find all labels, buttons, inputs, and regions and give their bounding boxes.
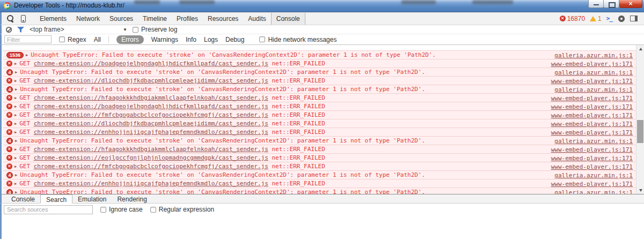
- scroll-up-icon[interactable]: [636, 45, 644, 52]
- dock-side-icon[interactable]: [630, 16, 638, 21]
- expand-arrow-icon[interactable]: ▶: [14, 164, 17, 169]
- expand-arrow-icon[interactable]: ▶: [14, 182, 17, 186]
- request-url-link[interactable]: chrome-extension://enhhojjnijigcajfphaje…: [34, 129, 268, 136]
- scroll-down-icon[interactable]: [636, 186, 644, 194]
- source-location-link[interactable]: www-embed-player.js:171: [551, 103, 633, 110]
- source-location-link[interactable]: galleria.azur.min.js:1: [554, 69, 633, 76]
- tab-network[interactable]: Network: [71, 13, 105, 25]
- magnifier-icon: [7, 15, 14, 22]
- source-location-link[interactable]: www-embed-player.js:171: [551, 181, 633, 188]
- device-mode-button[interactable]: [18, 13, 28, 24]
- source-location-link[interactable]: galleria.azur.min.js:1: [554, 189, 633, 194]
- ignore-case-checkbox[interactable]: [100, 207, 106, 213]
- console-message: Uncaught TypeError: Failed to execute 's…: [20, 69, 425, 76]
- level-warnings[interactable]: Warnings: [151, 36, 178, 43]
- preserve-log-checkbox[interactable]: [133, 27, 138, 33]
- tab-timeline[interactable]: Timeline: [138, 13, 172, 25]
- request-url-link[interactable]: chrome-extension://fmfcbgogabcbclcofgoci…: [34, 163, 268, 170]
- request-url-link[interactable]: chrome-extension://dliochdbjfkdbacpmhlcp…: [34, 120, 268, 127]
- expand-arrow-icon[interactable]: ▶: [14, 122, 17, 126]
- hide-network-checkbox[interactable]: [259, 36, 265, 42]
- search-sources-input[interactable]: [4, 205, 93, 214]
- source-location-link[interactable]: galleria.azur.min.js:1: [554, 138, 633, 145]
- request-url-link[interactable]: chrome-extension://hfaagokkkhdbgiakmmlcl…: [34, 94, 268, 101]
- expand-arrow-icon[interactable]: ▶: [14, 147, 17, 152]
- scrollbar-thumb[interactable]: [637, 120, 643, 143]
- source-location-link[interactable]: galleria.azur.min.js:1: [554, 86, 633, 93]
- tab-resources[interactable]: Resources: [203, 13, 243, 25]
- source-location-link[interactable]: www-embed-player.js:171: [551, 78, 633, 85]
- level-errors[interactable]: Errors: [116, 35, 144, 44]
- level-debug[interactable]: Debug: [225, 36, 244, 43]
- request-url-link[interactable]: chrome-extension://boadgeojelhgndaghljhd…: [34, 60, 268, 67]
- source-location-link[interactable]: www-embed-player.js:171: [551, 155, 633, 162]
- expand-arrow-icon[interactable]: ▶: [14, 79, 17, 83]
- tab-elements[interactable]: Elements: [35, 13, 71, 25]
- expand-arrow-icon[interactable]: ▶: [14, 113, 17, 117]
- warning-count: 1: [598, 15, 602, 22]
- expand-arrow-icon[interactable]: ▶: [15, 173, 17, 177]
- error-icon: ×: [6, 146, 12, 152]
- tab-console[interactable]: Console: [271, 13, 305, 25]
- source-location-link[interactable]: www-embed-player.js:171: [551, 61, 633, 68]
- source-location-link[interactable]: galleria.azur.min.js:1: [554, 52, 633, 59]
- console-toolbar: <top frame> ▼ Preserve log: [0, 25, 644, 34]
- error-counter[interactable]: × 16870: [560, 15, 585, 22]
- maximize-button[interactable]: [604, 0, 619, 8]
- console-prompt-icon[interactable]: >_: [606, 15, 612, 22]
- drawer-tab-search[interactable]: Search: [40, 194, 72, 204]
- expand-arrow-icon[interactable]: ▶: [15, 87, 17, 92]
- regex-checkbox[interactable]: [59, 36, 65, 42]
- expand-arrow-icon[interactable]: ▶: [14, 104, 17, 109]
- level-all[interactable]: All: [94, 36, 101, 43]
- error-icon: ×: [6, 95, 12, 101]
- regular-expression-checkbox[interactable]: [150, 207, 156, 213]
- level-info[interactable]: Info: [186, 36, 196, 43]
- minimize-button[interactable]: [588, 0, 604, 8]
- console-message: GET chrome-extension://boadgeojelhgndagh…: [19, 60, 325, 67]
- inspect-element-button[interactable]: [5, 13, 16, 24]
- source-location-link[interactable]: www-embed-player.js:171: [551, 121, 633, 128]
- frame-selector[interactable]: <top frame> ▼: [30, 26, 127, 33]
- drawer-tab-console[interactable]: Console: [6, 194, 40, 203]
- filter-input[interactable]: [4, 35, 52, 43]
- settings-gear-icon[interactable]: [617, 14, 625, 22]
- source-location-link[interactable]: www-embed-player.js:171: [551, 112, 633, 119]
- request-url-link[interactable]: chrome-extension://dliochdbjfkdbacpmhlcp…: [34, 77, 268, 84]
- background-window-artifact: [134, 0, 160, 4]
- expand-arrow-icon[interactable]: ▶: [14, 62, 17, 66]
- close-button[interactable]: [619, 0, 642, 8]
- ignore-case-option: Ignore case: [100, 206, 143, 213]
- expand-arrow-icon[interactable]: ▶: [15, 139, 17, 143]
- expand-arrow-icon[interactable]: ▶: [26, 53, 28, 57]
- repeat-count-badge: 1536: [6, 52, 24, 58]
- expand-arrow-icon[interactable]: ▶: [14, 130, 17, 134]
- drawer-tab-rendering[interactable]: Rendering: [112, 194, 152, 203]
- source-location-link[interactable]: www-embed-player.js:171: [551, 163, 633, 170]
- expand-arrow-icon[interactable]: ▶: [14, 96, 17, 100]
- source-location-link[interactable]: www-embed-player.js:171: [551, 129, 633, 136]
- request-url-link[interactable]: chrome-extension://fmfcbgogabcbclcofgoci…: [34, 111, 268, 118]
- source-location-link[interactable]: www-embed-player.js:171: [551, 146, 633, 153]
- request-url-link[interactable]: chrome-extension://boadgeojelhgndaghljhd…: [34, 103, 268, 110]
- warning-counter[interactable]: 1: [590, 15, 602, 22]
- filter-funnel-icon[interactable]: [17, 27, 24, 33]
- level-logs[interactable]: Logs: [204, 36, 218, 43]
- error-icon: ×: [6, 112, 12, 118]
- source-location-link[interactable]: galleria.azur.min.js:1: [554, 172, 633, 179]
- tab-profiles[interactable]: Profiles: [172, 13, 203, 25]
- vertical-scrollbar[interactable]: [636, 45, 644, 194]
- console-message: Uncaught TypeError: Failed to execute 's…: [20, 137, 425, 144]
- expand-arrow-icon[interactable]: ▶: [15, 190, 17, 194]
- source-location-link[interactable]: www-embed-player.js:171: [551, 95, 633, 102]
- tab-audits[interactable]: Audits: [243, 13, 270, 25]
- tab-sources[interactable]: Sources: [105, 13, 138, 25]
- expand-arrow-icon[interactable]: ▶: [15, 70, 17, 74]
- expand-arrow-icon[interactable]: ▶: [14, 156, 17, 160]
- console-log-area: 1536 ▶ Uncaught TypeError: Failed to exe…: [0, 45, 644, 194]
- request-url-link[interactable]: chrome-extension://enhhojjnijigcajfphaje…: [34, 180, 268, 187]
- request-url-link[interactable]: chrome-extension://eojlgccfgnjlphjnlopma…: [34, 154, 268, 161]
- request-url-link[interactable]: chrome-extension://hfaagokkkhdbgiakmmlcl…: [34, 146, 268, 153]
- drawer-tab-emulation[interactable]: Emulation: [72, 194, 112, 203]
- clear-console-icon[interactable]: [6, 27, 12, 33]
